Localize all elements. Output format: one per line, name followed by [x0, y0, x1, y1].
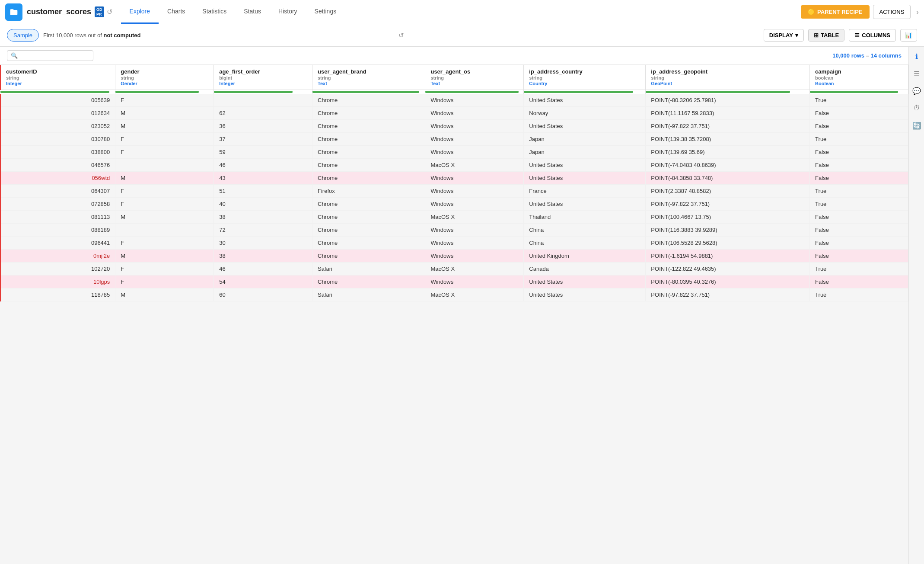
cell-user_agent_os[interactable]: Windows — [425, 146, 524, 159]
cell-customerID[interactable]: 005639 — [0, 94, 115, 107]
cell-gender[interactable]: F — [115, 133, 214, 146]
cell-customerID[interactable]: 10lgps — [0, 276, 115, 288]
cell-user_agent_os[interactable]: Windows — [425, 237, 524, 250]
cell-age_first_order[interactable]: 38 — [214, 211, 312, 224]
cell-user_agent_brand[interactable]: Chrome — [312, 237, 425, 250]
tab-explore[interactable]: Explore — [121, 0, 159, 24]
cell-gender[interactable]: F — [115, 146, 214, 159]
cell-user_agent_brand[interactable]: Chrome — [312, 211, 425, 224]
cell-ip_address_geopoint[interactable]: POINT(106.5528 29.5628) — [646, 237, 810, 250]
cell-ip_address_country[interactable]: United States — [524, 94, 646, 107]
cell-campaign[interactable]: False — [810, 211, 908, 224]
table-button[interactable]: ⊞ TABLE — [808, 29, 844, 42]
cell-campaign[interactable]: True — [810, 185, 908, 198]
cell-user_agent_os[interactable]: Windows — [425, 107, 524, 120]
cell-user_agent_brand[interactable]: Firefox — [312, 185, 425, 198]
cell-customerID[interactable]: 038800 — [0, 146, 115, 159]
cell-age_first_order[interactable]: 30 — [214, 237, 312, 250]
cell-campaign[interactable]: False — [810, 159, 908, 172]
cell-gender[interactable]: F — [115, 237, 214, 250]
cell-campaign[interactable]: False — [810, 276, 908, 288]
info-icon[interactable]: ℹ — [911, 50, 923, 62]
cell-age_first_order[interactable]: 46 — [214, 159, 312, 172]
cell-ip_address_geopoint[interactable]: POINT(139.69 35.69) — [646, 146, 810, 159]
cell-user_agent_os[interactable]: Windows — [425, 224, 524, 237]
cell-user_agent_brand[interactable]: Chrome — [312, 133, 425, 146]
columns-button[interactable]: ☰ COLUMNS — [849, 29, 896, 42]
cell-campaign[interactable]: True — [810, 288, 908, 301]
cell-gender[interactable]: M — [115, 250, 214, 263]
cell-user_agent_os[interactable]: Windows — [425, 172, 524, 185]
cell-ip_address_country[interactable]: China — [524, 224, 646, 237]
cell-user_agent_os[interactable]: Windows — [425, 185, 524, 198]
cell-ip_address_geopoint[interactable]: POINT(116.3883 39.9289) — [646, 224, 810, 237]
cell-user_agent_brand[interactable]: Chrome — [312, 146, 425, 159]
search-input-wrap[interactable]: 🔍 — [7, 50, 93, 61]
cell-gender[interactable]: F — [115, 263, 214, 276]
cell-user_agent_os[interactable]: Windows — [425, 198, 524, 211]
col-header-campaign[interactable]: campaign boolean Boolean — [810, 65, 908, 90]
cell-ip_address_geopoint[interactable]: POINT(-74.0483 40.8639) — [646, 159, 810, 172]
cell-ip_address_geopoint[interactable]: POINT(-1.6194 54.9881) — [646, 250, 810, 263]
cell-ip_address_country[interactable]: Canada — [524, 263, 646, 276]
tab-status[interactable]: Status — [235, 0, 270, 24]
display-button[interactable]: DISPLAY ▾ — [764, 29, 804, 42]
cell-age_first_order[interactable]: 46 — [214, 263, 312, 276]
cell-age_first_order[interactable]: 72 — [214, 224, 312, 237]
cell-campaign[interactable]: True — [810, 198, 908, 211]
col-header-ip_address_geopoint[interactable]: ip_address_geopoint string GeoPoint — [646, 65, 810, 90]
col-header-customerID[interactable]: customerID string Integer — [0, 65, 115, 90]
tab-history[interactable]: History — [270, 0, 306, 24]
tab-charts[interactable]: Charts — [159, 0, 194, 24]
cell-user_agent_os[interactable]: MacOS X — [425, 288, 524, 301]
cell-ip_address_geopoint[interactable]: POINT(-97.822 37.751) — [646, 198, 810, 211]
cell-ip_address_country[interactable]: Norway — [524, 107, 646, 120]
cell-campaign[interactable]: True — [810, 133, 908, 146]
cell-user_agent_brand[interactable]: Chrome — [312, 107, 425, 120]
cell-customerID[interactable]: 056wtd — [0, 172, 115, 185]
cell-user_agent_brand[interactable]: Chrome — [312, 172, 425, 185]
cell-gender[interactable]: F — [115, 198, 214, 211]
cell-user_agent_brand[interactable]: Chrome — [312, 276, 425, 288]
cell-customerID[interactable]: 046576 — [0, 159, 115, 172]
cell-user_agent_brand[interactable]: Safari — [312, 288, 425, 301]
cell-gender[interactable] — [115, 159, 214, 172]
cell-age_first_order[interactable]: 43 — [214, 172, 312, 185]
cell-user_agent_brand[interactable]: Chrome — [312, 94, 425, 107]
cell-gender[interactable]: F — [115, 185, 214, 198]
cell-ip_address_geopoint[interactable]: POINT(-97.822 37.751) — [646, 120, 810, 133]
cell-customerID[interactable]: 023052 — [0, 120, 115, 133]
cell-user_agent_os[interactable]: Windows — [425, 276, 524, 288]
cell-campaign[interactable]: False — [810, 250, 908, 263]
refresh-icon[interactable]: ↺ — [107, 8, 112, 16]
chart-icon-button[interactable]: 📊 — [900, 29, 917, 42]
cell-customerID[interactable]: 088189 — [0, 224, 115, 237]
cell-ip_address_country[interactable]: Thailand — [524, 211, 646, 224]
cell-ip_address_country[interactable]: Japan — [524, 133, 646, 146]
cell-gender[interactable]: M — [115, 288, 214, 301]
cell-ip_address_country[interactable]: United States — [524, 159, 646, 172]
cell-gender[interactable]: F — [115, 276, 214, 288]
cell-gender[interactable]: M — [115, 107, 214, 120]
cell-ip_address_geopoint[interactable]: POINT(2.3387 48.8582) — [646, 185, 810, 198]
cell-ip_address_country[interactable]: United States — [524, 172, 646, 185]
col-header-gender[interactable]: gender string Gender — [115, 65, 214, 90]
col-header-user_agent_os[interactable]: user_agent_os string Text — [425, 65, 524, 90]
cell-user_agent_os[interactable]: MacOS X — [425, 159, 524, 172]
cell-gender[interactable]: F — [115, 94, 214, 107]
cell-age_first_order[interactable]: 54 — [214, 276, 312, 288]
cell-customerID[interactable]: 030780 — [0, 133, 115, 146]
cell-campaign[interactable]: False — [810, 172, 908, 185]
col-header-ip_address_country[interactable]: ip_address_country string Country — [524, 65, 646, 90]
col-header-user_agent_brand[interactable]: user_agent_brand string Text — [312, 65, 425, 90]
parent-recipe-button[interactable]: 🟡 PARENT RECIPE — [801, 5, 870, 19]
activity-icon[interactable]: ⏱ — [911, 102, 923, 114]
cell-user_agent_os[interactable]: MacOS X — [425, 211, 524, 224]
cell-campaign[interactable]: False — [810, 224, 908, 237]
cell-ip_address_geopoint[interactable]: POINT(-84.3858 33.748) — [646, 172, 810, 185]
cell-campaign[interactable]: False — [810, 146, 908, 159]
cell-ip_address_geopoint[interactable]: POINT(-80.3206 25.7981) — [646, 94, 810, 107]
sync-icon[interactable]: 🔄 — [911, 119, 923, 131]
cell-gender[interactable]: M — [115, 120, 214, 133]
cell-customerID[interactable]: 081113 — [0, 211, 115, 224]
